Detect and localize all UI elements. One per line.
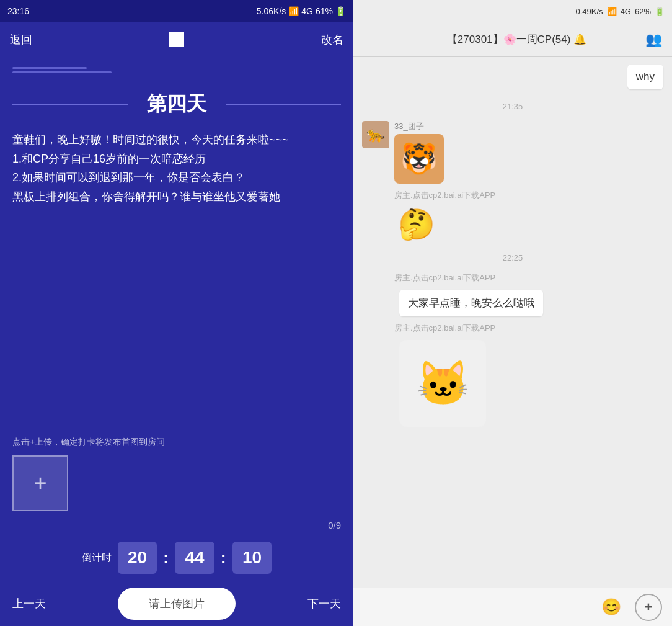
battery-label: 61% <box>316 6 333 16</box>
countdown-seconds: 10 <box>232 542 272 574</box>
avatar-img-33: 🐆 <box>362 121 389 148</box>
msg-goodnight: 大家早点睡，晚安么么哒哦 <box>362 290 663 316</box>
sleeping-cat-sticker: 🐱 <box>399 340 486 427</box>
decorative-lines <box>12 67 341 73</box>
plus-icon: + <box>645 599 653 615</box>
bottom-bar: 上一天 请上传图片 下一天 <box>0 581 353 626</box>
colon-1: : <box>163 548 169 568</box>
left-topbar: 返回 改名 <box>0 22 353 57</box>
countdown-hours: 20 <box>118 542 157 574</box>
countdown-row: 倒计时 20 : 44 : 10 <box>0 534 353 581</box>
right-network: 4G <box>621 7 631 16</box>
day-title: 第四天 <box>12 86 341 123</box>
topbar-center-square <box>169 32 184 47</box>
battery-icon: 🔋 <box>335 6 346 16</box>
dec-line-2 <box>12 71 112 73</box>
upload-box[interactable]: + <box>12 455 68 511</box>
right-battery: 62% <box>635 7 651 16</box>
dec-line-1 <box>12 67 87 69</box>
left-panel: 23:16 5.06K/s 📶 4G 61% 🔋 返回 改名 第四天 童鞋们，晚… <box>0 0 353 626</box>
network-label: 4G <box>301 6 313 16</box>
left-content: 第四天 童鞋们，晚上好嗷！时间过的很快，今天的任务来啦~~~ 1.和CP分享自己… <box>0 57 353 437</box>
prev-day-button[interactable]: 上一天 <box>12 596 46 611</box>
right-panel: 0.49K/s 📶 4G 62% 🔋 【270301】🌸一周CP(54) 🔔 👥… <box>353 0 672 626</box>
upload-hint: 点击+上传，确定打卡将发布首图到房间 <box>12 437 341 448</box>
msg-thinking: 🤔 <box>362 207 663 242</box>
chat-area: why 21:35 🐆 33_团子 🐯 房主.点击cp2.bai.ai下载APP… <box>353 57 672 588</box>
bubble-why: why <box>627 65 663 89</box>
wifi-icon: 📶 <box>288 6 299 16</box>
right-speed: 0.49K/s <box>576 7 603 16</box>
left-status-bar: 23:16 5.06K/s 📶 4G 61% 🔋 <box>0 0 353 22</box>
countdown-label: 倒计时 <box>82 552 112 565</box>
emoji-icon: 😊 <box>601 597 621 617</box>
thinking-face-sticker: 🤔 <box>399 207 434 242</box>
right-topbar: 【270301】🌸一周CP(54) 🔔 👥 <box>353 22 672 57</box>
countdown-minutes: 44 <box>175 542 214 574</box>
task-content: 童鞋们，晚上好嗷！时间过的很快，今天的任务来啦~~~ 1.和CP分享自己16岁前… <box>12 133 289 203</box>
cat-sticker-img: 🐱 <box>399 340 486 427</box>
next-day-button[interactable]: 下一天 <box>307 596 341 611</box>
upload-image-button[interactable]: 请上传图片 <box>118 588 236 620</box>
back-button[interactable]: 返回 <box>10 32 32 47</box>
chat-title: 【270301】🌸一周CP(54) 🔔 <box>388 32 645 47</box>
timestamp-2225: 22:25 <box>362 253 663 262</box>
msg-left-content-tiger: 33_团子 🐯 <box>394 121 444 184</box>
left-time: 23:16 <box>7 6 29 16</box>
plus-button[interactable]: + <box>635 594 662 621</box>
plus-icon: + <box>33 470 46 496</box>
task-text: 童鞋们，晚上好嗷！时间过的很快，今天的任务来啦~~~ 1.和CP分享自己16岁前… <box>12 130 341 206</box>
msg-why: why <box>362 65 663 89</box>
goodnight-bubble: 大家早点睡，晚安么么哒哦 <box>399 290 543 316</box>
group-icon[interactable]: 👥 <box>645 32 662 48</box>
colon-2: : <box>221 548 226 568</box>
tiger-sticker: 🐯 <box>394 134 444 184</box>
left-status-icons: 5.06K/s 📶 4G 61% 🔋 <box>257 6 346 16</box>
msg-tiger-sticker: 🐆 33_团子 🐯 <box>362 121 663 184</box>
right-input-bar: 😊 + <box>353 588 672 626</box>
msg-sleeping-cat: 🐱 <box>362 340 663 427</box>
right-status-bar: 0.49K/s 📶 4G 62% 🔋 <box>353 0 672 22</box>
right-wifi-icon: 📶 <box>607 7 617 16</box>
chat-title-text: 【270301】🌸一周CP(54) 🔔 <box>447 34 586 45</box>
system-note-1: 房主.点击cp2.bai.ai下载APP <box>394 190 663 201</box>
upload-section: 点击+上传，确定打卡将发布首图到房间 + <box>0 437 353 516</box>
emoji-button[interactable]: 😊 <box>598 594 625 621</box>
left-speed: 5.06K/s <box>257 6 286 16</box>
system-note-2: 房主.点击cp2.bai.ai下载APP <box>394 272 663 284</box>
counter: 0/9 <box>0 516 353 534</box>
system-note-3: 房主.点击cp2.bai.ai下载APP <box>394 323 663 334</box>
avatar-33: 🐆 <box>362 121 389 148</box>
sender-name-33: 33_团子 <box>394 121 444 132</box>
timestamp-2135: 21:35 <box>362 102 663 111</box>
right-battery-icon: 🔋 <box>655 7 665 16</box>
rename-button[interactable]: 改名 <box>321 32 343 47</box>
